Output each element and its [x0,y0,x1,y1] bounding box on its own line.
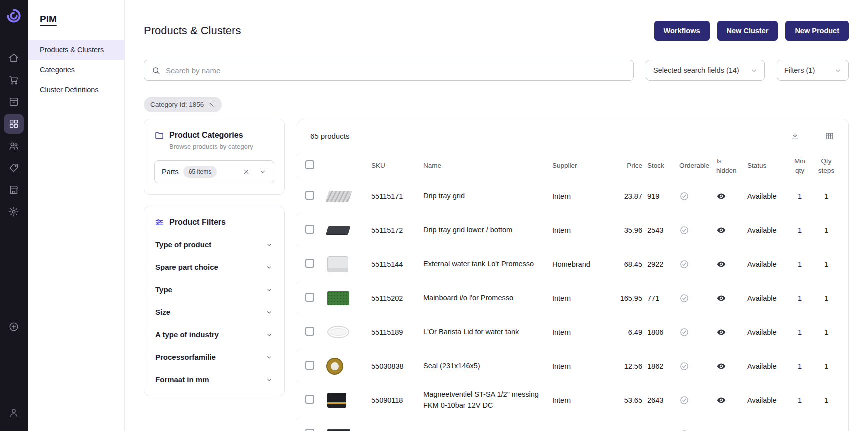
new-cluster-button[interactable]: New Cluster [718,21,778,41]
rail-item-settings[interactable] [4,202,24,222]
page-title: Products & Clusters [144,24,241,38]
category-select[interactable]: Parts 65 items [154,160,274,184]
orderable-check-icon [680,328,716,338]
min-qty-cell: 1 [790,192,814,200]
column-header-name: Name [424,162,552,171]
plus-circle-icon [8,322,20,332]
table-row[interactable]: 55030838 Seal (231x146x5) Intern 12.56 1… [298,349,848,383]
filters-card-title: Product Filters [170,218,226,227]
chevron-down-icon [266,331,274,339]
table-row[interactable]: 55115171 Drip tray grid Intern 23.87 919… [298,179,848,213]
home-icon [8,52,20,64]
sku-cell: 55115202 [372,294,424,302]
row-checkbox[interactable] [306,191,314,200]
folder-icon [154,130,164,140]
chevron-down-icon [834,66,842,75]
price-cell: 12.56 [610,362,648,370]
chevron-down-icon [266,264,274,272]
sidebar-item[interactable]: Cluster Definitions [28,80,124,100]
sidebar-item[interactable]: Categories [28,60,124,80]
rail-item-cart[interactable] [4,70,24,90]
is-hidden-eye-icon[interactable] [716,362,748,372]
rail-item-store[interactable] [4,180,24,200]
rail-item-orders[interactable] [4,92,24,112]
price-cell: 53.65 [610,396,648,404]
orders-icon [8,96,20,108]
is-hidden-eye-icon[interactable] [716,396,748,406]
product-thumbnail [328,429,350,431]
row-checkbox[interactable] [306,429,314,431]
is-hidden-eye-icon[interactable] [716,260,748,270]
rail-item-customers[interactable] [4,136,24,156]
table-row[interactable]: 55115174 DRIP TRAY ASSY Intern 48.59 119… [298,417,848,431]
is-hidden-eye-icon[interactable] [716,328,748,338]
is-hidden-eye-icon[interactable] [716,192,748,202]
app-logo-icon[interactable] [6,8,22,24]
filter-accordion[interactable]: Processorfamilie [154,346,274,368]
table-row[interactable]: 55115202 Mainboard i/o l'or Promesso Int… [298,281,848,315]
row-checkbox[interactable] [306,395,314,404]
qty-steps-cell: 1 [814,226,844,234]
filter-accordions: Type of productSpare part choiceTypeSize… [154,234,274,391]
table-row[interactable]: 55090118 Magneetventiel ST-SA 1/2" messi… [298,383,848,417]
chevron-down-icon [266,308,274,316]
column-header-qty-steps: Qty steps [814,157,844,176]
category-filter-chip: Category Id: 1856 [144,97,222,112]
rail-nav [4,46,24,224]
orderable-check-icon [680,294,716,304]
sku-cell: 55115171 [372,192,424,200]
is-hidden-eye-icon[interactable] [716,294,748,304]
table-row[interactable]: 55115144 External water tank Lo'r Promes… [298,247,848,281]
is-hidden-eye-icon[interactable] [716,226,748,236]
rail-item-home[interactable] [4,48,24,68]
filter-accordion[interactable]: Type of product [154,234,274,256]
rail-item-user[interactable] [4,403,24,423]
clear-category-icon[interactable] [240,166,252,178]
row-checkbox[interactable] [306,293,314,302]
app-root: PIM Products & ClustersCategoriesCluster… [0,0,868,431]
table-row[interactable]: 55115172 Drip tray grid lower / bottom I… [298,213,848,247]
supplier-cell: Intern [552,192,610,200]
product-categories-card: Product Categories Browse products by ca… [144,119,285,195]
download-icon[interactable] [788,130,802,143]
chevron-down-icon [750,66,758,75]
sidebar-item[interactable]: Products & Clusters [28,40,124,60]
workflows-button[interactable]: Workflows [654,21,710,41]
chip-remove-icon[interactable] [208,102,216,108]
chevron-down-icon[interactable] [257,166,269,178]
categories-card-subtitle: Browse products by category [170,143,274,150]
qty-steps-cell: 1 [814,396,844,404]
select-all-checkbox[interactable] [306,160,314,170]
status-cell: Available [748,362,790,370]
module-title: PIM [40,14,124,25]
row-checkbox[interactable] [306,361,314,370]
filter-accordion[interactable]: A type of industry [154,324,274,346]
stock-cell: 2643 [648,396,680,404]
search-input[interactable] [166,66,626,75]
table-view-icon[interactable] [823,130,836,143]
row-checkbox[interactable] [306,327,314,336]
is-hidden-eye-icon[interactable] [716,430,748,431]
rail-item-tags[interactable] [4,158,24,178]
rail-item-categories[interactable] [4,114,24,134]
row-checkbox[interactable] [306,259,314,268]
name-cell: DRIP TRAY ASSY [424,429,552,431]
search-icon [152,66,161,76]
sku-cell: 55090118 [372,396,424,404]
qty-steps-cell: 1 [814,362,844,370]
rail-item-plus-circle[interactable] [4,317,24,337]
search-box [144,60,634,81]
price-cell: 23.87 [610,192,648,200]
filter-accordion[interactable]: Formaat in mm [154,368,274,391]
search-fields-dropdown[interactable]: Selected search fields (14) [646,60,765,81]
filters-dropdown[interactable]: Filters (1) [777,60,849,81]
filter-accordion[interactable]: Size [154,301,274,324]
active-filter-chips: Category Id: 1856 [144,97,849,112]
table-row[interactable]: 55115189 L'Or Barista Lid for water tank… [298,315,848,349]
row-checkbox[interactable] [306,225,314,234]
search-row: Selected search fields (14) Filters (1) [144,60,849,81]
new-product-button[interactable]: New Product [786,21,849,41]
filter-accordion[interactable]: Type [154,278,274,301]
qty-steps-cell: 1 [814,328,844,336]
filter-accordion[interactable]: Spare part choice [154,256,274,278]
